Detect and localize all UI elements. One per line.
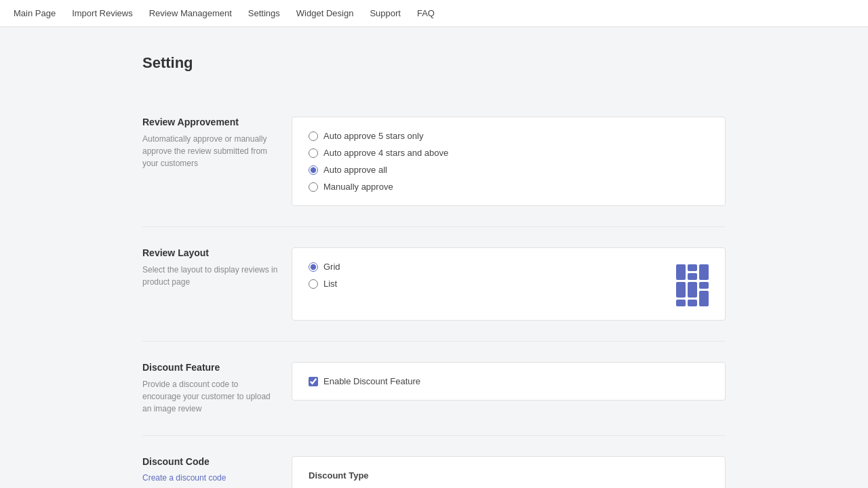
create-discount-link[interactable]: Create a discount code [142,473,226,483]
grid-layout-icon [676,264,709,306]
discount-feature-description: Provide a discount code to encourage you… [142,378,278,415]
radio-5stars-label[interactable]: Auto approve 5 stars only [323,131,423,141]
radio-manual-label[interactable]: Manually approve [323,182,393,192]
radio-grid-input[interactable] [309,262,318,272]
discount-code-label-area: Discount Code Create a discount code [142,456,292,483]
enable-discount-checkbox[interactable] [309,377,318,386]
review-approvement-card: Auto approve 5 stars only Auto approve 4… [292,117,726,206]
radio-5stars[interactable]: Auto approve 5 stars only [309,131,709,141]
radio-4stars-label[interactable]: Auto approve 4 stars and above [323,148,448,158]
radio-manual-input[interactable] [309,182,318,192]
review-approvement-heading: Review Approvement [142,117,278,127]
review-layout-heading: Review Layout [142,247,278,258]
radio-4stars-input[interactable] [309,148,318,158]
discount-code-heading: Discount Code [142,456,278,467]
discount-code-card: Discount Type Percentage Fix Amount Disc… [292,456,726,488]
review-layout-description: Select the layout to display reviews in … [142,264,278,288]
nav-main-page[interactable]: Main Page [14,1,56,25]
nav-faq[interactable]: FAQ [417,1,435,25]
discount-code-section: Discount Code Create a discount code Dis… [142,436,726,488]
radio-5stars-input[interactable] [309,131,318,141]
review-approvement-section: Review Approvement Automatically approve… [142,96,726,227]
nav-import-reviews[interactable]: Import Reviews [72,1,133,25]
review-layout-label-area: Review Layout Select the layout to displ… [142,247,292,288]
radio-4stars[interactable]: Auto approve 4 stars and above [309,148,709,158]
discount-feature-label-area: Discount Feature Provide a discount code… [142,362,292,415]
enable-discount-checkbox-item[interactable]: Enable Discount Feature [309,376,709,386]
discount-type-section: Discount Type Percentage Fix Amount [309,470,709,488]
radio-manual[interactable]: Manually approve [309,182,709,192]
nav-widget-design[interactable]: Widget Design [296,1,354,25]
nav-settings[interactable]: Settings [248,1,280,25]
radio-all-input[interactable] [309,165,318,175]
review-layout-radio-group: Grid List [309,262,340,289]
discount-feature-card: Enable Discount Feature [292,362,726,401]
top-nav: Main Page Import Reviews Review Manageme… [0,0,868,27]
page-title: Setting [142,54,726,72]
radio-grid-label[interactable]: Grid [323,262,340,272]
page-container: Setting Review Approvement Automatically… [129,27,739,488]
review-layout-section: Review Layout Select the layout to displ… [142,227,726,342]
discount-feature-heading: Discount Feature [142,362,278,373]
enable-discount-label[interactable]: Enable Discount Feature [323,376,420,386]
radio-all[interactable]: Auto approve all [309,165,709,175]
review-approvement-label-area: Review Approvement Automatically approve… [142,117,292,169]
review-approvement-description: Automatically approve or manually approv… [142,133,278,169]
radio-grid[interactable]: Grid [309,262,340,272]
nav-review-management[interactable]: Review Management [149,1,232,25]
nav-support[interactable]: Support [370,1,401,25]
radio-list-input[interactable] [309,279,318,289]
review-approvement-radio-group: Auto approve 5 stars only Auto approve 4… [309,131,709,192]
radio-list-label[interactable]: List [323,279,337,289]
discount-feature-section: Discount Feature Provide a discount code… [142,342,726,436]
radio-list[interactable]: List [309,279,340,289]
radio-all-label[interactable]: Auto approve all [323,165,387,175]
discount-type-label: Discount Type [309,470,709,481]
review-layout-card: Grid List [292,247,726,321]
